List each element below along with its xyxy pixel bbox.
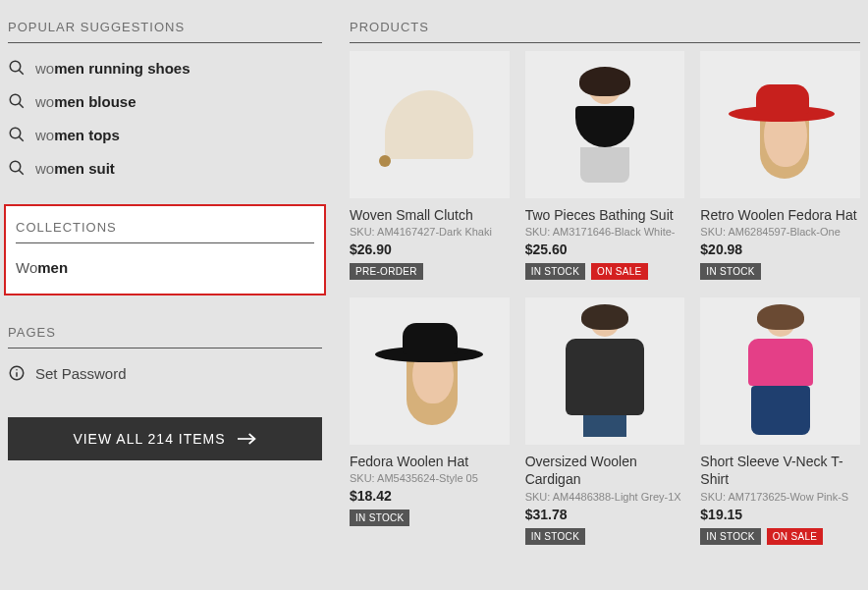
product-price: $20.98 [700, 241, 860, 257]
product-card[interactable]: Two Pieces Bathing SuitSKU: AM3171646-Bl… [525, 51, 685, 280]
product-title: Two Pieces Bathing Suit [525, 206, 685, 224]
search-icon [8, 92, 26, 110]
product-image [727, 80, 835, 169]
page-label: Set Password [35, 365, 127, 382]
divider [8, 348, 322, 349]
badges: IN STOCK [700, 263, 860, 280]
product-image [375, 317, 483, 425]
product-card[interactable]: Retro Woolen Fedora HatSKU: AM6284597-Bl… [700, 51, 860, 280]
product-sku: SKU: AM4167427-Dark Khaki [350, 226, 510, 238]
product-price: $18.42 [350, 488, 510, 504]
suggestion-text: women suit [35, 160, 115, 177]
product-card[interactable]: Fedora Woolen HatSKU: AM5435624-Style 05… [350, 297, 510, 544]
svg-line-3 [19, 103, 24, 108]
product-card[interactable]: Short Sleeve V-Neck T-ShirtSKU: AM717362… [700, 297, 860, 544]
svg-point-10 [16, 369, 18, 371]
badges: PRE-ORDER [350, 263, 510, 280]
product-price: $31.78 [525, 507, 685, 522]
product-sku: SKU: AM6284597-Black-One [700, 226, 860, 238]
page-item[interactable]: Set Password [8, 356, 322, 390]
suggestion-item[interactable]: women suit [8, 151, 322, 185]
divider [16, 242, 314, 243]
product-price: $25.60 [525, 241, 685, 257]
in-stock-badge: IN STOCK [700, 263, 760, 280]
product-image [575, 71, 634, 179]
badges: IN STOCK [525, 528, 685, 545]
suggestion-item[interactable]: women blouse [8, 84, 322, 118]
product-sku: SKU: AM7173625-Wow Pink-S [700, 491, 860, 503]
product-image [385, 90, 473, 159]
collection-item[interactable]: Women [16, 251, 314, 278]
products-heading: PRODUCTS [350, 8, 860, 34]
product-card[interactable]: Woven Small ClutchSKU: AM4167427-Dark Kh… [350, 51, 510, 280]
svg-point-4 [10, 128, 21, 138]
search-icon [8, 159, 26, 177]
product-image-wrap[interactable] [525, 51, 685, 198]
product-title: Woven Small Clutch [350, 206, 510, 224]
left-panel: POPULAR SUGGESTIONS women running shoesw… [8, 8, 322, 545]
product-price: $26.90 [350, 241, 510, 257]
svg-line-1 [19, 70, 24, 75]
in-stock-badge: IN STOCK [350, 510, 409, 526]
info-icon [8, 364, 26, 382]
in-stock-badge: IN STOCK [525, 528, 585, 545]
product-title: Retro Woolen Fedora Hat [700, 206, 860, 224]
badges: IN STOCKON SALE [700, 528, 860, 545]
suggestion-text: women running shoes [35, 60, 190, 77]
product-sku: SKU: AM3171646-Black White- [525, 226, 685, 238]
product-image-wrap[interactable] [350, 51, 510, 198]
product-image [741, 307, 820, 435]
suggestion-text: women tops [35, 127, 120, 143]
in-stock-badge: IN STOCK [700, 528, 760, 545]
svg-line-5 [19, 136, 24, 141]
pages-section: PAGES Set Password [8, 313, 322, 390]
badges: IN STOCK [350, 510, 510, 526]
product-card[interactable]: Oversized Woolen CardiganSKU: AM4486388-… [525, 297, 685, 544]
svg-line-7 [19, 170, 24, 175]
suggestion-item[interactable]: women tops [8, 118, 322, 151]
arrow-right-icon [238, 432, 257, 446]
pre-order-badge: PRE-ORDER [350, 263, 423, 280]
view-all-label: VIEW ALL 214 ITEMS [73, 431, 225, 447]
suggestion-text: women blouse [35, 93, 136, 110]
product-image-wrap[interactable] [350, 297, 510, 445]
in-stock-badge: IN STOCK [525, 263, 585, 280]
svg-point-6 [10, 161, 21, 172]
product-sku: SKU: AM5435624-Style 05 [350, 472, 510, 484]
collections-heading: COLLECTIONS [16, 216, 314, 235]
search-icon [8, 59, 26, 77]
product-sku: SKU: AM4486388-Light Grey-1X [525, 491, 685, 503]
svg-point-0 [10, 61, 21, 72]
view-all-button[interactable]: VIEW ALL 214 ITEMS [8, 417, 322, 460]
suggestion-item[interactable]: women running shoes [8, 51, 322, 84]
products-panel: PRODUCTS Woven Small ClutchSKU: AM416742… [350, 8, 860, 545]
search-icon [8, 126, 26, 143]
popular-suggestions-heading: POPULAR SUGGESTIONS [8, 8, 322, 34]
on-sale-badge: ON SALE [591, 263, 647, 280]
product-price: $19.15 [700, 507, 860, 522]
product-image-wrap[interactable] [700, 51, 860, 198]
on-sale-badge: ON SALE [767, 528, 823, 545]
divider [350, 42, 860, 43]
svg-point-2 [10, 94, 21, 105]
product-image-wrap[interactable] [525, 297, 685, 445]
product-title: Short Sleeve V-Neck T-Shirt [700, 453, 860, 488]
product-image-wrap[interactable] [700, 297, 860, 445]
divider [8, 42, 322, 43]
product-title: Oversized Woolen Cardigan [525, 453, 685, 488]
pages-heading: PAGES [8, 313, 322, 340]
badges: IN STOCKON SALE [525, 263, 685, 280]
product-title: Fedora Woolen Hat [350, 453, 510, 470]
collections-section-highlighted: COLLECTIONS Women [4, 204, 326, 295]
product-image [566, 307, 644, 435]
